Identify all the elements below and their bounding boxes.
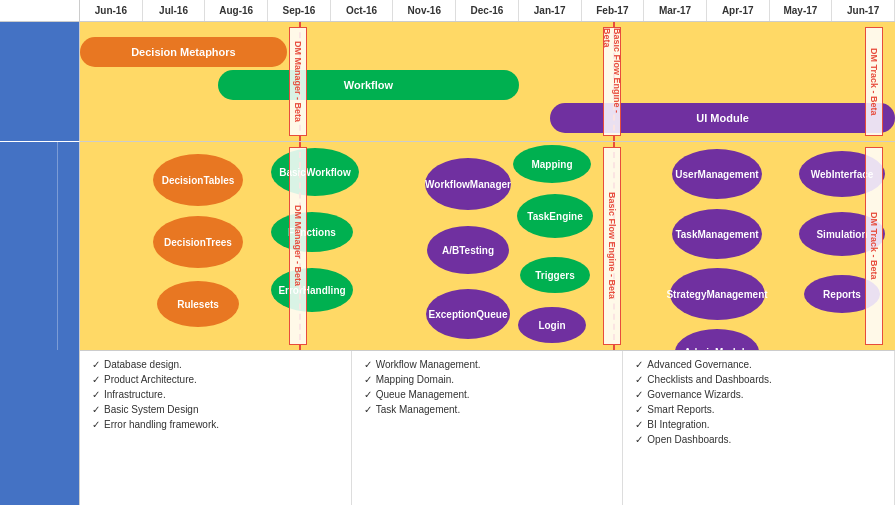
feature-ellipse: A/BTesting — [427, 226, 509, 274]
feature-ellipse: DecisionTrees — [153, 216, 243, 268]
deliverable-item: ✓Queue Management. — [364, 389, 611, 400]
feature-ellipse: UserManagement — [672, 149, 762, 199]
month-cell-0: Jun-16 — [80, 0, 143, 21]
deliverable-item: ✓BI Integration. — [635, 419, 882, 430]
deliverable-item: ✓Product Architecture. — [92, 374, 339, 385]
check-icon: ✓ — [635, 389, 643, 400]
check-icon: ✓ — [92, 404, 100, 415]
features-row: DecisionTablesDecisionTreesRulesetsBasic… — [80, 142, 895, 350]
timeline-header: Jun-16Jul-16Aug-16Sep-16Oct-16Nov-16Dec-… — [80, 0, 895, 22]
deliverable-item: ✓Smart Reports. — [635, 404, 882, 415]
month-cell-5: Nov-16 — [393, 0, 456, 21]
main-content: Jun-16Jul-16Aug-16Sep-16Oct-16Nov-16Dec-… — [80, 0, 895, 505]
deliverable-item: ✓Checklists and Dashboards. — [635, 374, 882, 385]
deliverable-item: ✓Workflow Management. — [364, 359, 611, 370]
check-icon: ✓ — [92, 389, 100, 400]
capability-bar: Decision Metaphors — [80, 37, 287, 67]
month-cell-2: Aug-16 — [205, 0, 268, 21]
check-icon: ✓ — [92, 419, 100, 430]
deliverable-item: ✓Advanced Governance. — [635, 359, 882, 370]
check-icon: ✓ — [92, 374, 100, 385]
check-icon: ✓ — [635, 404, 643, 415]
month-cell-9: Mar-17 — [644, 0, 707, 21]
feature-ellipse: WorkflowManager — [425, 158, 511, 210]
month-cell-1: Jul-16 — [143, 0, 206, 21]
deliverable-item: ✓Governance Wizards. — [635, 389, 882, 400]
check-icon: ✓ — [635, 434, 643, 445]
feature-ellipse: Triggers — [520, 257, 590, 293]
side-labels — [0, 0, 80, 505]
month-cell-4: Oct-16 — [331, 0, 394, 21]
deliverable-item: ✓Open Dashboards. — [635, 434, 882, 445]
check-icon: ✓ — [364, 374, 372, 385]
beta-label-cap: DM Track - Beta — [865, 27, 883, 136]
deliverables-label — [0, 350, 80, 505]
feature-ellipse: Rulesets — [157, 281, 239, 327]
feature-ellipse: DecisionTables — [153, 154, 243, 206]
rows-area: Decision MetaphorsWorkflowUI ModuleDM Ma… — [80, 22, 895, 505]
feature-ellipse: AdminModule — [675, 329, 759, 350]
beta-label-cap: DM Manager - Beta — [289, 27, 307, 136]
deliverable-item: ✓Basic System Design — [92, 404, 339, 415]
beta-label: DM Track - Beta — [865, 147, 883, 345]
deliverable-item: ✓Mapping Domain. — [364, 374, 611, 385]
feature-ellipse: BasicWorkflow — [271, 148, 359, 196]
month-cell-7: Jan-17 — [519, 0, 582, 21]
beta-label: Basic Flow Engine - Beta — [603, 147, 621, 345]
check-icon: ✓ — [364, 389, 372, 400]
deliverable-column-1: ✓Workflow Management.✓Mapping Domain.✓Qu… — [352, 351, 624, 505]
check-icon: ✓ — [635, 374, 643, 385]
month-cell-3: Sep-16 — [268, 0, 331, 21]
feature-ellipse: TaskEngine — [517, 194, 593, 238]
check-icon: ✓ — [635, 359, 643, 370]
deliverable-item: ✓Task Management. — [364, 404, 611, 415]
month-cell-10: Apr-17 — [707, 0, 770, 21]
features-sub-label — [57, 142, 79, 350]
corner-spacer — [0, 0, 80, 22]
deliverable-item: ✓Database design. — [92, 359, 339, 370]
beta-label: DM Manager - Beta — [289, 147, 307, 345]
feature-ellipse: Login — [518, 307, 586, 343]
deliverables-row: ✓Database design.✓Product Architecture.✓… — [80, 350, 895, 505]
check-icon: ✓ — [635, 419, 643, 430]
capability-row: Decision MetaphorsWorkflowUI ModuleDM Ma… — [80, 22, 895, 142]
feature-ellipse: TaskManagement — [672, 209, 762, 259]
deliverable-item: ✓Infrastructure. — [92, 389, 339, 400]
feature-ellipse: StrategyManagement — [670, 268, 765, 320]
check-icon: ✓ — [92, 359, 100, 370]
month-cell-8: Feb-17 — [582, 0, 645, 21]
deliverable-column-0: ✓Database design.✓Product Architecture.✓… — [80, 351, 352, 505]
check-icon: ✓ — [364, 404, 372, 415]
capability-bar: Workflow — [218, 70, 519, 100]
feature-ellipse: ExceptionQueue — [426, 289, 510, 339]
app-container: Jun-16Jul-16Aug-16Sep-16Oct-16Nov-16Dec-… — [0, 0, 895, 505]
capability-label — [0, 22, 80, 142]
feature-ellipse: ErrorHandling — [271, 268, 353, 312]
month-cell-12: Jun-17 — [832, 0, 895, 21]
deliverable-column-2: ✓Advanced Governance.✓Checklists and Das… — [623, 351, 895, 505]
deliverable-item: ✓Error handling framework. — [92, 419, 339, 430]
feature-ellipse: Functions — [271, 212, 353, 252]
check-icon: ✓ — [364, 359, 372, 370]
month-cell-11: May-17 — [770, 0, 833, 21]
product-roadmap-side — [0, 142, 80, 350]
month-cell-6: Dec-16 — [456, 0, 519, 21]
feature-ellipse: Mapping — [513, 145, 591, 183]
beta-label-cap: Basic Flow Engine - Beta — [603, 27, 621, 136]
